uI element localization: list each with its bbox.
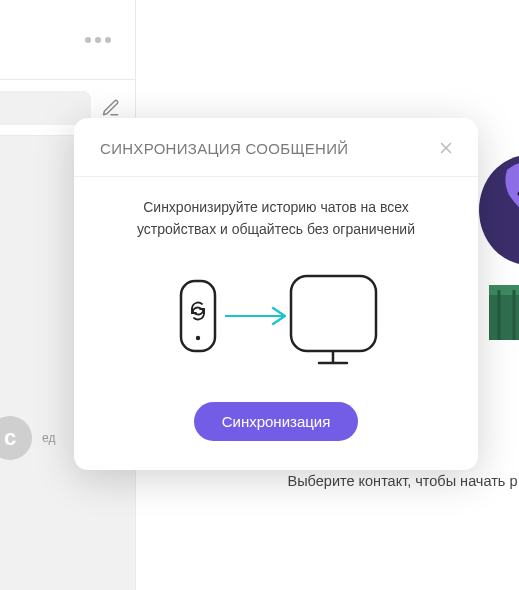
modal-header: СИНХРОНИЗАЦИЯ СООБЩЕНИЙ — [74, 118, 478, 177]
sync-graphic — [171, 266, 381, 376]
svg-point-8 — [196, 336, 200, 340]
empty-line-2: Выберите контакт, чтобы начать р — [276, 470, 519, 492]
svg-rect-10 — [291, 276, 376, 351]
close-icon[interactable] — [436, 138, 456, 158]
compose-icon[interactable] — [99, 96, 123, 120]
modal-body: Синхронизируйте историю чатов на всех ус… — [74, 177, 478, 470]
avatar: с — [0, 416, 32, 460]
more-icon[interactable] — [85, 37, 111, 43]
sync-description: Синхронизируйте историю чатов на всех ус… — [126, 197, 426, 240]
contact-subtext: ед — [42, 431, 55, 445]
modal-title: СИНХРОНИЗАЦИЯ СООБЩЕНИЙ — [100, 140, 348, 157]
svg-rect-7 — [181, 281, 215, 351]
sync-button[interactable]: Синхронизация — [194, 402, 359, 441]
sidebar-header — [0, 0, 135, 80]
sync-modal: СИНХРОНИЗАЦИЯ СООБЩЕНИЙ Синхронизируйте … — [74, 118, 478, 470]
